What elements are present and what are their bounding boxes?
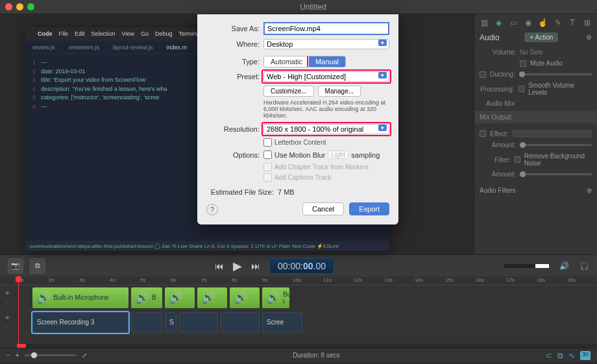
effect-checkbox[interactable]	[480, 130, 486, 137]
headphone-icon[interactable]: 🎧	[579, 261, 589, 271]
crop-button[interactable]: ⧉	[30, 258, 45, 274]
clip-label: Screen Recording 3	[37, 319, 94, 326]
effect-select[interactable]	[512, 130, 592, 138]
ruler-mark: 11s	[323, 277, 332, 283]
audio-clip[interactable]: 🔊	[230, 287, 260, 308]
close-icon[interactable]	[5, 3, 12, 10]
playhead[interactable]	[18, 276, 19, 348]
zoom-in-icon[interactable]: +	[16, 352, 19, 359]
fps-badge[interactable]: 30	[580, 351, 591, 360]
cancel-button[interactable]: Cancel	[302, 202, 344, 215]
lock-icon[interactable]: ⋯	[5, 324, 10, 330]
resolution-label: Resolution:	[206, 125, 260, 133]
export-button[interactable]: Export	[349, 202, 389, 215]
gear-icon[interactable]: ⚙	[586, 34, 592, 41]
audio-props-icon[interactable]: ◈	[494, 18, 504, 27]
speaker-icon: 🔊	[169, 291, 183, 305]
ducking-slider[interactable]	[519, 73, 592, 75]
effect-amount-slider[interactable]	[520, 144, 592, 146]
timeline-scrubber[interactable]	[16, 344, 597, 348]
window-traffic-lights[interactable]	[5, 3, 34, 10]
zoom-icon[interactable]	[27, 3, 34, 10]
layout-icon[interactable]: ⊞	[583, 18, 592, 27]
eye-icon[interactable]: 👁	[5, 290, 10, 297]
encoding-note: Hardware Accelerated H.264 video encodin…	[263, 99, 389, 119]
speaker-icon[interactable]: 🔊	[559, 261, 569, 271]
callout-icon[interactable]: ◉	[524, 18, 533, 27]
eye-icon[interactable]: 👁	[5, 315, 10, 321]
audio-clip[interactable]: 🔊	[165, 287, 195, 308]
annotations-icon[interactable]: ✎	[554, 18, 563, 27]
export-dialog: Save As: Where: Desktop Type: Automatic …	[197, 14, 398, 224]
speaker-icon: 🔊	[36, 291, 51, 305]
minimize-icon[interactable]	[16, 3, 23, 10]
timeline[interactable]: 1s2s3s4s5s6s7s8s9s10s11s12s13s14s15s16s1…	[0, 276, 597, 348]
motionblur-checkbox[interactable]	[263, 151, 272, 159]
timeline-ruler[interactable]: 1s2s3s4s5s6s7s8s9s10s11s12s13s14s15s16s1…	[0, 276, 597, 285]
touch-icon[interactable]: ☝	[539, 18, 548, 27]
filter-amount-slider[interactable]	[520, 173, 592, 175]
mute-checkbox[interactable]	[520, 60, 526, 67]
sampling-select[interactable]: Light	[328, 151, 348, 159]
titlebar: Untitled	[0, 0, 597, 14]
audio-clip[interactable]: 🔊	[197, 287, 227, 308]
record-button[interactable]: 📷	[8, 258, 23, 274]
zoom-out-icon[interactable]: −	[6, 352, 10, 359]
captions-checkbox	[263, 173, 272, 182]
ducking-checkbox[interactable]	[480, 71, 486, 78]
video-props-icon[interactable]: ▥	[480, 18, 489, 27]
ruler-mark: 19s	[567, 277, 576, 283]
audio-clip[interactable]: 🔊Built-in Microphone	[32, 287, 128, 308]
saveas-input[interactable]	[263, 22, 389, 35]
type-segment[interactable]: Automatic Manual	[263, 56, 346, 67]
ruler-mark: 5s	[140, 277, 145, 283]
video-clip[interactable]	[221, 312, 260, 333]
where-select[interactable]: Desktop	[263, 39, 389, 49]
ruler-mark: 16s	[476, 277, 484, 283]
play-icon[interactable]: ▶	[233, 259, 242, 273]
video-clip[interactable]: S	[165, 312, 177, 333]
where-label: Where:	[206, 40, 260, 48]
add-action-button[interactable]: + Action	[524, 32, 558, 42]
resolution-select[interactable]: 2880 x 1800 - 100% of original	[263, 124, 389, 134]
rewind-icon[interactable]: ⏮	[215, 261, 224, 271]
lock-icon[interactable]: ⋯	[5, 299, 10, 306]
clip-label: Built-in Microphone	[53, 294, 109, 301]
audio-clip[interactable]: 🔊B	[131, 287, 162, 308]
text-icon[interactable]: T	[568, 18, 577, 27]
smooth-checkbox[interactable]	[518, 86, 525, 92]
speaker-icon: 🔊	[201, 291, 215, 305]
help-icon[interactable]: ?	[206, 204, 218, 215]
zoom-slider[interactable]	[25, 354, 77, 356]
letterbox-checkbox[interactable]	[263, 138, 272, 147]
customize-button[interactable]: Customize...	[263, 86, 314, 97]
type-label: Type:	[206, 58, 260, 66]
speaker-icon: 🔊	[266, 291, 280, 305]
video-clip[interactable]	[179, 312, 218, 333]
snap-icon[interactable]: ⊂	[546, 351, 552, 360]
type-automatic[interactable]: Automatic	[264, 56, 309, 67]
screen-rec-icon[interactable]: ▭	[509, 18, 518, 27]
audio-clip[interactable]: 🔊Built-i	[262, 287, 289, 308]
video-clip[interactable]	[131, 312, 162, 333]
footer-bar: − + ⤢ Duration: 8 secs ⊂ ⧉ ∿ 30	[0, 348, 597, 362]
manage-button[interactable]: Manage...	[318, 86, 361, 97]
removebg-checkbox[interactable]	[515, 156, 520, 163]
preset-label: Preset:	[206, 73, 260, 80]
type-manual[interactable]: Manual	[309, 56, 345, 67]
inspector-tool-row: ▥ ◈ ▭ ◉ ☝ ✎ T ⊞	[480, 18, 592, 27]
video-clip[interactable]: Screen Recording 3	[32, 312, 128, 333]
ruler-mark: 9s	[262, 277, 267, 283]
ruler-mark: 13s	[384, 277, 393, 283]
video-clip[interactable]: Scree	[262, 312, 302, 333]
forward-icon[interactable]: ⏭	[251, 261, 260, 271]
link-icon[interactable]: ⧉	[557, 351, 563, 360]
add-filter-icon[interactable]: ⊕	[587, 187, 592, 194]
preset-select[interactable]: Web - High [Customized]	[263, 71, 389, 82]
fit-icon[interactable]: ⤢	[82, 352, 87, 359]
audio-track[interactable]: 👁⋯ 🔊Built-in Microphone🔊B🔊🔊🔊🔊Built-i	[0, 285, 597, 310]
ruler-mark: 3s	[79, 277, 84, 283]
video-track[interactable]: 👁⋯ Screen Recording 3SScree	[0, 310, 597, 335]
wave-icon[interactable]: ∿	[568, 351, 575, 360]
options-label: Options:	[206, 151, 260, 159]
